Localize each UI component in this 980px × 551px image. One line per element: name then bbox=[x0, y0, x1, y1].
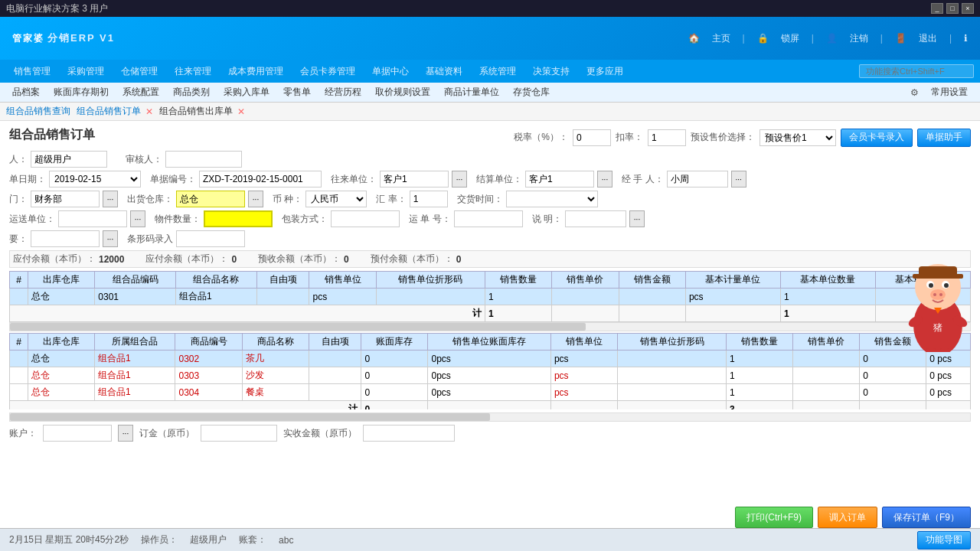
nav-purchase[interactable]: 采购管理 bbox=[60, 62, 112, 81]
nav-transactions[interactable]: 往来管理 bbox=[167, 62, 219, 81]
table-row[interactable]: 总仓 组合品1 0304 餐桌 0 0pcs pcs 1 0 0 pcs bbox=[10, 384, 971, 401]
note-input[interactable] bbox=[565, 210, 626, 227]
table-row[interactable]: 总仓 组合品1 0303 沙发 0 0pcs pcs 1 0 0 pcs bbox=[10, 367, 971, 384]
form-row-5: 要： ··· 条形码录入 bbox=[9, 230, 971, 247]
form-row-3: 门： ··· 出货仓库： ··· 币 种： 人民币 汇 率： 交货时间： bbox=[9, 191, 971, 207]
shipunit-label: 运送单位： bbox=[9, 213, 55, 226]
home-icon[interactable]: 🏠 bbox=[688, 33, 700, 44]
col-name: 组合品名称 bbox=[175, 272, 256, 289]
nav-system[interactable]: 系统管理 bbox=[472, 62, 524, 81]
price-select[interactable]: 预设售价1 bbox=[760, 129, 836, 146]
import-btn[interactable]: 调入订单 bbox=[818, 507, 877, 528]
settle-input[interactable] bbox=[525, 171, 594, 187]
handler-input[interactable] bbox=[667, 171, 728, 187]
common-settings[interactable]: 常用设置 bbox=[925, 83, 974, 101]
sub-nav-retail[interactable]: 零售单 bbox=[277, 83, 317, 101]
tax-rate-input[interactable] bbox=[573, 129, 611, 146]
sub-nav-price-rule[interactable]: 取价规则设置 bbox=[369, 83, 436, 101]
home-link[interactable]: 主页 bbox=[712, 32, 730, 45]
breadcrumb-order-close[interactable]: ✕ bbox=[145, 106, 153, 117]
reviewer-input[interactable] bbox=[165, 151, 242, 168]
lock-icon[interactable]: 🔒 bbox=[757, 33, 769, 44]
lock-link[interactable]: 锁屏 bbox=[781, 32, 799, 45]
nav-search-input[interactable] bbox=[859, 64, 974, 78]
minimize-btn[interactable]: _ bbox=[931, 3, 943, 14]
window-controls: _ □ × bbox=[931, 3, 974, 14]
exit-link[interactable]: 退出 bbox=[919, 32, 937, 45]
sub-nav-balance[interactable]: 账面库存期初 bbox=[47, 83, 115, 101]
sub-nav-products[interactable]: 品档案 bbox=[6, 83, 46, 101]
assist-btn[interactable]: 单据助手 bbox=[917, 129, 971, 147]
logout-link[interactable]: 注销 bbox=[850, 32, 868, 45]
discount-input[interactable] bbox=[648, 129, 686, 146]
save-btn[interactable]: 保存订单（F9） bbox=[882, 507, 971, 528]
note-btn[interactable]: ··· bbox=[629, 210, 645, 227]
sub-nav-category[interactable]: 商品类别 bbox=[167, 83, 216, 101]
maximize-btn[interactable]: □ bbox=[946, 3, 959, 14]
barcode-input[interactable] bbox=[176, 230, 245, 247]
nav-sales[interactable]: 销售管理 bbox=[6, 62, 58, 81]
help-btn[interactable]: 功能导图 bbox=[917, 531, 971, 549]
member-card-btn[interactable]: 会员卡号录入 bbox=[841, 129, 913, 147]
nav-bill-center[interactable]: 单据中心 bbox=[364, 62, 416, 81]
account-btn[interactable]: ··· bbox=[118, 425, 133, 442]
lcol-no: # bbox=[10, 334, 28, 350]
nav-more[interactable]: 更多应用 bbox=[579, 62, 631, 81]
nav-base-data[interactable]: 基础资料 bbox=[418, 62, 470, 81]
logout-icon[interactable]: 👤 bbox=[826, 33, 838, 44]
shipunit-input[interactable] bbox=[58, 210, 127, 227]
close-btn[interactable]: × bbox=[962, 3, 974, 14]
order-input[interactable] bbox=[201, 425, 277, 442]
remark-input[interactable] bbox=[31, 230, 100, 247]
info-icon[interactable]: ℹ bbox=[964, 33, 968, 44]
exchange-input[interactable] bbox=[410, 191, 448, 207]
nav-warehouse[interactable]: 仓储管理 bbox=[113, 62, 165, 81]
dept-input[interactable] bbox=[31, 191, 100, 207]
tounit-input[interactable] bbox=[380, 171, 449, 187]
mascot-svg: 猪 bbox=[903, 253, 972, 352]
breadcrumb-outbound-close[interactable]: ✕ bbox=[237, 106, 245, 117]
orderno-input[interactable] bbox=[199, 171, 322, 187]
date-input[interactable]: 2019-02-15 bbox=[49, 171, 141, 187]
col-saleunit: 销售单位 bbox=[309, 272, 376, 289]
table-row[interactable]: 总仓 组合品1 0302 茶几 0 0pcs pcs 1 0 0 pcs bbox=[10, 350, 971, 367]
warehouse-btn[interactable]: ··· bbox=[248, 191, 263, 207]
shipno-input[interactable] bbox=[454, 210, 523, 227]
discount-label: 扣率： bbox=[616, 131, 643, 144]
itemcount-input[interactable] bbox=[204, 210, 273, 227]
upper-scroll[interactable] bbox=[9, 322, 971, 331]
delivery-input[interactable] bbox=[506, 191, 598, 207]
sub-nav-config[interactable]: 系统配置 bbox=[116, 83, 165, 101]
dept-btn[interactable]: ··· bbox=[103, 191, 118, 207]
exit-icon[interactable]: 🚪 bbox=[895, 33, 906, 44]
lower-scroll[interactable] bbox=[9, 412, 971, 422]
pack-input[interactable] bbox=[331, 210, 400, 227]
shipunit-btn[interactable]: ··· bbox=[130, 210, 145, 227]
print-btn[interactable]: 打印(Ctrl+F9) bbox=[735, 507, 813, 528]
currency-select[interactable]: 人民币 bbox=[305, 191, 367, 207]
breadcrumb-order[interactable]: 组合品销售订单 bbox=[77, 105, 141, 118]
settle-btn[interactable]: ··· bbox=[597, 171, 612, 187]
person-input[interactable] bbox=[31, 151, 107, 168]
tounit-btn[interactable]: ··· bbox=[452, 171, 467, 187]
handler-btn[interactable]: ··· bbox=[731, 171, 746, 187]
breadcrumb-query[interactable]: 组合品销售查询 bbox=[6, 105, 70, 118]
sub-nav-history[interactable]: 经营历程 bbox=[318, 83, 368, 101]
actual-input[interactable] bbox=[363, 425, 455, 442]
tax-label: 税率（%）： bbox=[514, 131, 568, 144]
sub-nav-purchase-in[interactable]: 采购入库单 bbox=[217, 83, 276, 101]
table-row[interactable]: 总仓 0301 组合品1 pcs 1 pcs 1 bbox=[10, 289, 971, 305]
account-input[interactable] bbox=[43, 425, 112, 442]
person-label: 人： bbox=[9, 153, 28, 166]
remark-btn[interactable]: ··· bbox=[103, 230, 118, 247]
sub-nav-warehouse[interactable]: 存货仓库 bbox=[507, 83, 556, 101]
svg-point-8 bbox=[930, 289, 946, 300]
nav-cost[interactable]: 成本费用管理 bbox=[220, 62, 291, 81]
debt-value: 12000 bbox=[99, 254, 124, 265]
nav-decision[interactable]: 决策支持 bbox=[525, 62, 577, 81]
breadcrumb-outbound[interactable]: 组合品销售出库单 bbox=[159, 105, 233, 118]
receivable-value: 0 bbox=[231, 254, 237, 265]
nav-member[interactable]: 会员卡券管理 bbox=[292, 62, 363, 81]
sub-nav-unit[interactable]: 商品计量单位 bbox=[438, 83, 505, 101]
warehouse-input[interactable] bbox=[176, 191, 245, 207]
